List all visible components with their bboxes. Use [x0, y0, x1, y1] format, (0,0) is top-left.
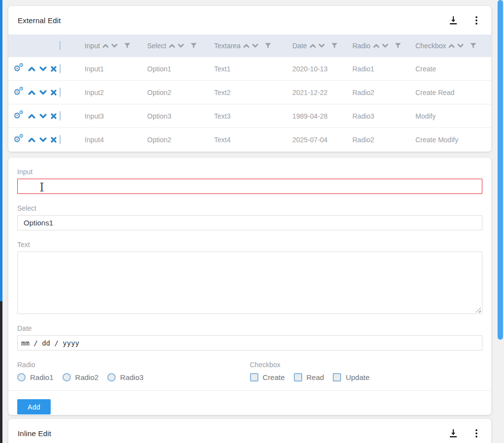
filter-funnel-icon[interactable]	[331, 43, 338, 49]
row-move-up-icon[interactable]	[28, 114, 35, 119]
column-header-radio: Radio	[352, 42, 415, 50]
row-settings-icon[interactable]: ⚙⚙	[13, 88, 24, 97]
sort-down-icon[interactable]	[457, 44, 464, 48]
sort-down-icon[interactable]	[252, 44, 258, 48]
row-move-down-icon[interactable]	[39, 90, 47, 95]
input-field-label: Input	[17, 158, 482, 179]
row-move-down-icon[interactable]	[39, 66, 47, 71]
cell-checkbox: Create Modify	[415, 136, 491, 144]
input-field[interactable]	[17, 179, 482, 194]
cell-date: 2021-12-22	[292, 89, 352, 96]
external-edit-header: External Edit	[8, 6, 491, 34]
row-delete-icon[interactable]	[51, 66, 57, 72]
cell-select: Option1	[147, 65, 214, 73]
sort-up-icon[interactable]	[102, 44, 109, 48]
radio-option-label: Radio2	[75, 373, 99, 381]
inline-edit-card: Inline Edit	[8, 419, 491, 443]
download-icon[interactable]	[448, 15, 458, 25]
row-move-down-icon[interactable]	[39, 137, 47, 142]
row-checkbox[interactable]	[60, 111, 61, 121]
row-settings-icon[interactable]: ⚙⚙	[13, 64, 24, 74]
cell-input: Input2	[85, 89, 147, 96]
page-content: External Edit Input Select	[8, 0, 491, 443]
column-header-input: Input	[85, 42, 147, 50]
cell-select: Option2	[147, 89, 214, 96]
row-move-up-icon[interactable]	[28, 90, 35, 95]
row-move-up-icon[interactable]	[28, 66, 35, 71]
radio-option-label: Radio1	[30, 373, 54, 381]
left-scroll-indicator-dark	[0, 301, 2, 443]
table-row: ⚙⚙ Input3 Option3 Text3 1989-04-28 Radio…	[8, 104, 491, 128]
select-all-checkbox[interactable]	[60, 41, 61, 50]
form-footer-divider	[8, 390, 491, 391]
sort-down-icon[interactable]	[111, 44, 118, 48]
download-icon[interactable]	[448, 428, 458, 438]
row-checkbox[interactable]	[60, 88, 61, 97]
cell-checkbox: Modify	[415, 112, 491, 120]
row-settings-icon[interactable]: ⚙⚙	[13, 135, 24, 145]
filter-funnel-icon[interactable]	[124, 43, 130, 49]
column-label: Date	[292, 42, 307, 50]
checkbox-option-create[interactable]	[250, 373, 258, 381]
filter-funnel-icon[interactable]	[190, 43, 197, 49]
column-header-select: Select	[147, 42, 214, 50]
cell-radio: Radio2	[352, 136, 415, 144]
radio-option-radio2[interactable]	[63, 373, 71, 381]
add-button[interactable]: Add	[17, 399, 51, 414]
checkbox-option-label: Create	[263, 373, 285, 381]
cell-input: Input1	[85, 65, 147, 73]
sort-down-icon[interactable]	[178, 44, 184, 48]
cell-select: Option3	[147, 112, 214, 120]
sort-up-icon[interactable]	[243, 44, 250, 48]
kebab-menu-icon[interactable]	[472, 15, 481, 25]
radio-group-label: Radio	[17, 350, 250, 372]
checkbox-option-label: Read	[307, 373, 324, 381]
row-delete-icon[interactable]	[51, 137, 57, 143]
sort-up-icon[interactable]	[169, 44, 175, 48]
cell-date: 2020-10-13	[292, 65, 352, 73]
cell-date: 2025-07-04	[292, 136, 352, 144]
cell-select: Option2	[147, 136, 214, 144]
row-settings-icon[interactable]: ⚙⚙	[13, 111, 24, 121]
row-delete-icon[interactable]	[51, 90, 57, 95]
cell-textarea: Text3	[214, 112, 292, 120]
row-checkbox[interactable]	[60, 64, 61, 73]
cell-input: Input4	[85, 136, 147, 144]
filter-funnel-icon[interactable]	[470, 43, 476, 49]
select-field[interactable]: Options1	[17, 215, 482, 230]
row-checkbox[interactable]	[60, 135, 61, 144]
external-edit-card: External Edit Input Select	[8, 6, 491, 152]
sort-down-icon[interactable]	[318, 44, 325, 48]
inline-edit-header: Inline Edit	[8, 419, 491, 443]
date-field-label: Date	[17, 314, 482, 335]
filter-funnel-icon[interactable]	[265, 43, 271, 49]
radio-option-radio1[interactable]	[17, 373, 26, 381]
column-header-textarea: Textarea	[214, 42, 292, 50]
sort-up-icon[interactable]	[448, 44, 455, 48]
checkbox-option-update[interactable]	[333, 373, 341, 381]
vertical-scrollbar-thumb[interactable]	[498, 0, 503, 340]
checkbox-option-label: Update	[346, 373, 369, 381]
sort-up-icon[interactable]	[310, 44, 316, 48]
row-move-down-icon[interactable]	[39, 114, 47, 119]
column-header-date: Date	[292, 42, 352, 50]
column-label: Textarea	[214, 42, 241, 50]
checkbox-option-read[interactable]	[294, 373, 302, 381]
filter-funnel-icon[interactable]	[395, 43, 401, 49]
sort-up-icon[interactable]	[373, 44, 379, 48]
cell-checkbox: Create	[415, 65, 491, 73]
row-delete-icon[interactable]	[51, 113, 57, 119]
cell-date: 1989-04-28	[292, 112, 352, 120]
date-field-placeholder: mm / dd / yyyy	[21, 339, 79, 347]
textarea-field[interactable]	[17, 252, 482, 314]
textarea-resize-handle[interactable]	[475, 307, 481, 313]
table-row: ⚙⚙ Input1 Option1 Text1 2020-10-13 Radio…	[8, 57, 491, 81]
row-move-up-icon[interactable]	[28, 137, 35, 142]
sort-down-icon[interactable]	[382, 44, 388, 48]
cell-input: Input3	[85, 112, 147, 120]
date-field[interactable]: mm / dd / yyyy	[17, 335, 482, 350]
radio-option-radio3[interactable]	[107, 373, 116, 381]
card-title: Inline Edit	[18, 429, 51, 438]
kebab-menu-icon[interactable]	[472, 428, 481, 438]
column-label: Input	[85, 42, 100, 50]
